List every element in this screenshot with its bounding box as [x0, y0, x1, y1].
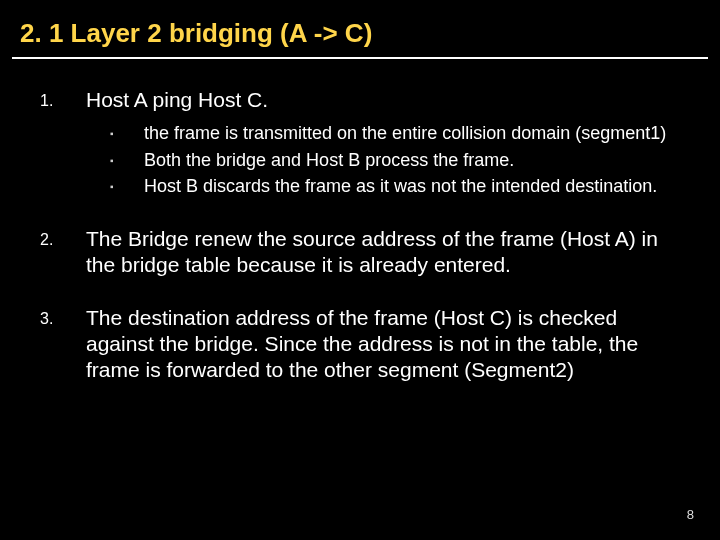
square-bullet-icon: ▪: [110, 121, 144, 141]
item-number: 1.: [40, 87, 86, 111]
sub-item-text: Host B discards the frame as it was not …: [144, 174, 680, 198]
square-bullet-icon: ▪: [110, 174, 144, 194]
slide-body: 1. Host A ping Host C. ▪ the frame is tr…: [0, 59, 720, 383]
sub-item: ▪ Host B discards the frame as it was no…: [110, 174, 680, 198]
title-paren: (A -> C): [280, 18, 372, 48]
square-bullet-icon: ▪: [110, 148, 144, 168]
slide: 2. 1 Layer 2 bridging (A -> C) 1. Host A…: [0, 0, 720, 540]
title-main: 2. 1 Layer 2 bridging: [20, 18, 273, 48]
sub-item-text: Both the bridge and Host B process the f…: [144, 148, 680, 172]
item-text: Host A ping Host C.: [86, 88, 268, 111]
item-number: 3.: [40, 305, 86, 329]
sub-item: ▪ Both the bridge and Host B process the…: [110, 148, 680, 172]
slide-title: 2. 1 Layer 2 bridging (A -> C): [0, 0, 720, 53]
item-text: The destination address of the frame (Ho…: [86, 305, 680, 384]
item-text: The Bridge renew the source address of t…: [86, 226, 680, 279]
list-item: 1. Host A ping Host C. ▪ the frame is tr…: [40, 87, 680, 200]
item-text-block: Host A ping Host C. ▪ the frame is trans…: [86, 87, 680, 200]
sub-item: ▪ the frame is transmitted on the entire…: [110, 121, 680, 145]
page-number: 8: [687, 507, 694, 522]
list-item: 2. The Bridge renew the source address o…: [40, 226, 680, 279]
list-item: 3. The destination address of the frame …: [40, 305, 680, 384]
main-list: 1. Host A ping Host C. ▪ the frame is tr…: [40, 87, 680, 383]
sub-item-text: the frame is transmitted on the entire c…: [144, 121, 680, 145]
item-number: 2.: [40, 226, 86, 250]
sub-list: ▪ the frame is transmitted on the entire…: [86, 121, 680, 198]
